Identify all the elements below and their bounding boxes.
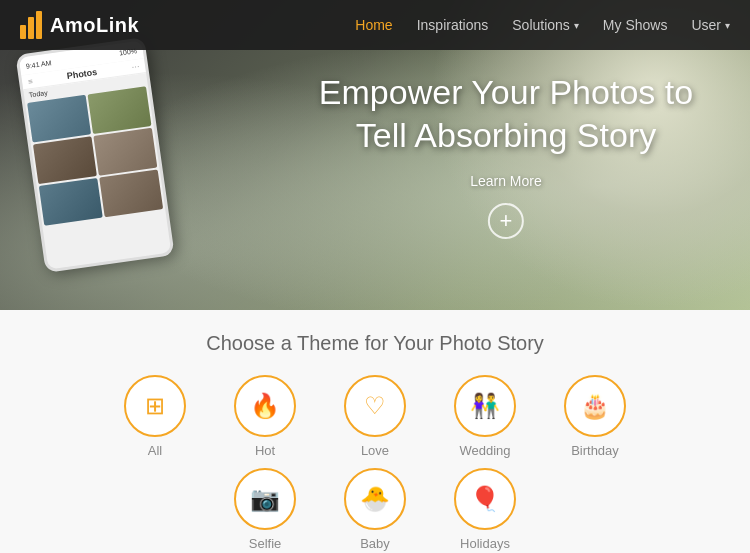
theme-icon-wedding: 👫 — [470, 392, 500, 420]
theme-label-birthday: Birthday — [571, 443, 619, 458]
theme-item-hot[interactable]: 🔥Hot — [225, 375, 305, 458]
theme-label-hot: Hot — [255, 443, 275, 458]
theme-item-baby[interactable]: 🐣Baby — [335, 468, 415, 551]
theme-icon-love: ♡ — [364, 392, 386, 420]
logo-icon — [20, 11, 42, 39]
hero-plus-button[interactable]: + — [488, 203, 524, 239]
theme-icon-baby: 🐣 — [360, 485, 390, 513]
nav-user[interactable]: User ▾ — [691, 17, 730, 33]
theme-label-holidays: Holidays — [460, 536, 510, 551]
navbar: AmoLink Home Inspirations Solutions ▾ My… — [0, 0, 750, 50]
theme-item-holidays[interactable]: 🎈Holidays — [445, 468, 525, 551]
learn-more-button[interactable]: Learn More — [470, 173, 542, 189]
phone-app-title: Photos — [66, 67, 98, 81]
theme-circle-selfie: 📷 — [234, 468, 296, 530]
user-chevron-icon: ▾ — [725, 20, 730, 31]
theme-circle-holidays: 🎈 — [454, 468, 516, 530]
theme-icon-all: ⊞ — [145, 392, 165, 420]
phone-photo-4 — [93, 128, 157, 176]
themes-section: Choose a Theme for Your Photo Story ⊞All… — [0, 310, 750, 553]
theme-label-wedding: Wedding — [459, 443, 510, 458]
theme-label-love: Love — [361, 443, 389, 458]
phone-photo-5 — [39, 178, 103, 226]
theme-circle-love: ♡ — [344, 375, 406, 437]
nav-inspirations[interactable]: Inspirations — [417, 17, 489, 33]
nav-home[interactable]: Home — [355, 17, 392, 33]
theme-circle-wedding: 👫 — [454, 375, 516, 437]
theme-item-love[interactable]: ♡Love — [335, 375, 415, 458]
hero-content: Empower Your Photos to Tell Absorbing St… — [319, 71, 693, 239]
logo: AmoLink — [20, 11, 139, 39]
phone-time: 9:41 AM — [25, 59, 51, 70]
themes-grid: ⊞All🔥Hot♡Love👫Wedding🎂Birthday📷Selfie🐣Ba… — [75, 375, 675, 551]
phone-photo-1 — [27, 95, 91, 143]
theme-circle-all: ⊞ — [124, 375, 186, 437]
theme-icon-holidays: 🎈 — [470, 485, 500, 513]
logo-bar-1 — [20, 25, 26, 39]
theme-icon-hot: 🔥 — [250, 392, 280, 420]
phone-photo-6 — [99, 169, 163, 217]
themes-title: Choose a Theme for Your Photo Story — [206, 332, 544, 355]
theme-item-all[interactable]: ⊞All — [115, 375, 195, 458]
nav-solutions[interactable]: Solutions ▾ — [512, 17, 579, 33]
theme-item-birthday[interactable]: 🎂Birthday — [555, 375, 635, 458]
theme-item-selfie[interactable]: 📷Selfie — [225, 468, 305, 551]
nav-links: Home Inspirations Solutions ▾ My Shows U… — [355, 17, 730, 33]
nav-myshows[interactable]: My Shows — [603, 17, 668, 33]
logo-text: AmoLink — [50, 14, 139, 37]
logo-bar-3 — [36, 11, 42, 39]
theme-label-baby: Baby — [360, 536, 390, 551]
theme-circle-birthday: 🎂 — [564, 375, 626, 437]
hero-title: Empower Your Photos to Tell Absorbing St… — [319, 71, 693, 156]
theme-circle-baby: 🐣 — [344, 468, 406, 530]
theme-icon-birthday: 🎂 — [580, 392, 610, 420]
solutions-chevron-icon: ▾ — [574, 20, 579, 31]
phone-photo-grid — [25, 84, 166, 228]
theme-icon-selfie: 📷 — [250, 485, 280, 513]
theme-item-wedding[interactable]: 👫Wedding — [445, 375, 525, 458]
theme-label-selfie: Selfie — [249, 536, 282, 551]
theme-label-all: All — [148, 443, 162, 458]
theme-circle-hot: 🔥 — [234, 375, 296, 437]
logo-bar-2 — [28, 17, 34, 39]
phone-photo-3 — [33, 136, 97, 184]
phone-photo-2 — [88, 86, 152, 134]
